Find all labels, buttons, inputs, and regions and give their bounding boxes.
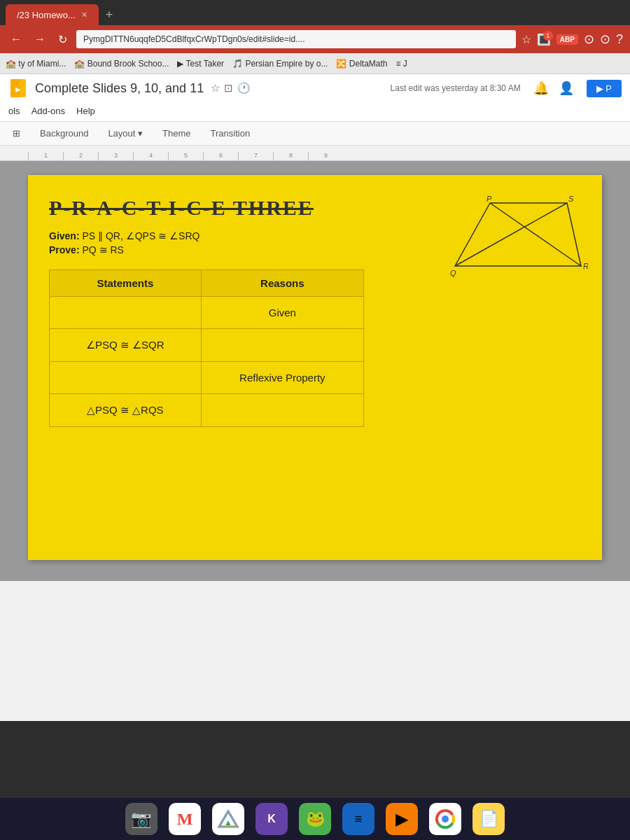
forward-button[interactable]: → xyxy=(31,31,49,47)
back-button[interactable]: ← xyxy=(7,31,25,47)
background-button[interactable]: Background xyxy=(36,126,92,141)
svg-text:P: P xyxy=(486,196,492,203)
extension-icon-wrapper: 🔳 1 xyxy=(537,33,551,46)
user-avatar[interactable]: 👤 xyxy=(559,80,574,96)
taskbar-camera-icon[interactable]: 📷 xyxy=(125,803,158,835)
ruler-tick-4: 4 xyxy=(133,152,168,160)
table-header-statements: Statements xyxy=(50,270,202,297)
address-input[interactable] xyxy=(76,30,516,48)
taskbar-notes-icon[interactable]: 🐸 xyxy=(299,803,331,835)
settings-icon[interactable]: ⊙ xyxy=(600,31,610,47)
svg-text:▶: ▶ xyxy=(15,85,21,93)
table-cell-statement-3[interactable] xyxy=(50,362,202,394)
address-bar-icons: ☆ 🔳 1 ABP ⊙ ⊙ ? xyxy=(522,31,623,47)
toolbar-plus-icon[interactable]: ⊞ xyxy=(8,126,24,141)
table-row: Reflexive Property xyxy=(50,362,364,394)
taskbar-drive-icon[interactable]: ▲ xyxy=(212,803,244,835)
table-cell-reason-1[interactable]: Given xyxy=(201,297,363,329)
table-cell-reason-4[interactable] xyxy=(201,394,363,427)
table-row: ∠PSQ ≅ ∠SQR xyxy=(50,329,364,362)
toolbar: ⊞ Background Layout ▾ Theme Transition xyxy=(0,122,630,146)
ruler-tick-1: 1 xyxy=(28,152,63,160)
tab-label: /23 Homewo... xyxy=(17,10,76,20)
slide-area: P S R Q P-R-A-C-T-I-C-E THREE Given: PS … xyxy=(0,161,630,581)
taskbar-kahoot-icon[interactable]: K xyxy=(255,803,288,835)
layout-button[interactable]: Layout ▾ xyxy=(104,126,147,141)
clock-icon[interactable]: 🕐 xyxy=(237,82,251,94)
menu-help[interactable]: Help xyxy=(76,104,95,118)
last-edit-text: Last edit was yesterday at 8:30 AM xyxy=(391,83,521,93)
bookmarks-bar: 🏫 ty of Miami... 🏫 Bound Brook Schoo... … xyxy=(0,53,630,74)
slides-app: ▶ Complete Slides 9, 10, and 11 ☆ ⊡ 🕐 La… xyxy=(0,74,630,721)
notifications-icon[interactable]: 🔔 xyxy=(533,80,549,96)
table-row: △PSQ ≅ △RQS xyxy=(50,394,364,427)
notification-badge: 1 xyxy=(543,31,553,41)
svg-marker-3 xyxy=(455,203,581,266)
theme-button[interactable]: Theme xyxy=(158,126,195,141)
present-icon[interactable]: ⊡ xyxy=(224,82,233,94)
svg-text:▲: ▲ xyxy=(224,818,232,827)
menu-file[interactable]: ols xyxy=(8,104,20,118)
table-cell-statement-4[interactable]: △PSQ ≅ △RQS xyxy=(50,394,202,427)
proof-table: Statements Reasons Given ∠PSQ ≅ ∠SQR xyxy=(49,270,364,427)
menu-bar: ols Add-ons Help xyxy=(8,101,622,121)
ruler-tick-8: 8 xyxy=(273,152,308,160)
ruler-tick-5: 5 xyxy=(168,152,203,160)
svg-text:S: S xyxy=(568,196,574,203)
table-row: Given xyxy=(50,297,364,329)
ruler-tick-6: 6 xyxy=(203,152,238,160)
svg-line-5 xyxy=(455,203,567,266)
address-bar: ← → ↻ ☆ 🔳 1 ABP ⊙ ⊙ ? xyxy=(0,25,630,53)
taskbar-chromeos-icon[interactable] xyxy=(429,803,461,835)
taskbar: 📷 M ▲ K 🐸 ≡ ▶ 📄 xyxy=(0,798,630,840)
profile-icon[interactable]: ⊙ xyxy=(584,31,594,47)
reload-button[interactable]: ↻ xyxy=(55,31,71,48)
new-tab-button[interactable]: + xyxy=(99,8,120,22)
slides-title-row: ▶ Complete Slides 9, 10, and 11 ☆ ⊡ 🕐 La… xyxy=(8,78,622,98)
page-title: Complete Slides 9, 10, and 11 xyxy=(35,81,204,96)
taskbar-docs-icon[interactable]: ≡ xyxy=(342,803,374,835)
svg-text:R: R xyxy=(583,262,588,270)
ruler-tick-9: 9 xyxy=(308,152,343,160)
table-cell-reason-2[interactable] xyxy=(201,329,363,362)
present-button[interactable]: ▶ P xyxy=(587,80,622,97)
taskbar-gmail-icon[interactable]: M xyxy=(169,803,201,835)
bookmark-brook[interactable]: 🏫 Bound Brook Schoo... xyxy=(74,59,169,69)
ruler-tick-2: 2 xyxy=(63,152,98,160)
svg-point-14 xyxy=(442,816,449,822)
star-title-icon[interactable]: ☆ xyxy=(211,82,220,94)
ruler-tick-7: 7 xyxy=(238,152,273,160)
slide-content: P-R-A-C-T-I-C-E THREE Given: PS ∥ QR, ∠Q… xyxy=(49,196,364,427)
slides-header: ▶ Complete Slides 9, 10, and 11 ☆ ⊡ 🕐 La… xyxy=(0,74,630,122)
prove-text: Prove: PQ ≅ RS xyxy=(49,244,364,255)
abp-badge[interactable]: ABP xyxy=(556,34,578,45)
table-cell-reason-3[interactable]: Reflexive Property xyxy=(201,362,363,394)
ruler: 1 2 3 4 5 6 7 8 9 xyxy=(0,146,630,161)
bookmark-miami[interactable]: 🏫 ty of Miami... xyxy=(6,59,66,69)
active-tab[interactable]: /23 Homewo... ✕ xyxy=(6,4,99,25)
slide-title: P-R-A-C-T-I-C-E THREE xyxy=(49,196,364,220)
tab-bar: /23 Homewo... ✕ + xyxy=(0,0,630,25)
bookmark-deltamath[interactable]: 🔀 DeltaMath xyxy=(336,59,387,69)
svg-text:Q: Q xyxy=(450,269,456,277)
bookmark-testtaker[interactable]: ▶ Test Taker xyxy=(177,59,224,69)
table-cell-statement-1[interactable] xyxy=(50,297,202,329)
taskbar-play-icon[interactable]: ▶ xyxy=(386,803,418,835)
bookmark-persian[interactable]: 🎵 Persian Empire by o... xyxy=(232,59,328,69)
help-icon[interactable]: ? xyxy=(616,32,623,47)
geometry-diagram: P S R Q xyxy=(448,196,588,290)
menu-addons[interactable]: Add-ons xyxy=(31,104,65,118)
slides-logo-icon: ▶ xyxy=(8,78,28,98)
slide-canvas[interactable]: P S R Q P-R-A-C-T-I-C-E THREE Given: PS … xyxy=(28,175,602,560)
transition-button[interactable]: Transition xyxy=(206,126,255,141)
bookmark-j[interactable]: ≡ J xyxy=(396,59,407,69)
tab-close-icon[interactable]: ✕ xyxy=(81,10,88,20)
given-text: Given: PS ∥ QR, ∠QPS ≅ ∠SRQ xyxy=(49,230,364,241)
star-icon[interactable]: ☆ xyxy=(522,33,531,46)
ruler-marks: 1 2 3 4 5 6 7 8 9 xyxy=(28,152,343,160)
table-cell-statement-2[interactable]: ∠PSQ ≅ ∠SQR xyxy=(50,329,202,362)
svg-line-4 xyxy=(490,203,581,266)
taskbar-files-icon[interactable]: 📄 xyxy=(472,803,505,835)
table-header-reasons: Reasons xyxy=(201,270,363,297)
title-icons: ☆ ⊡ 🕐 xyxy=(211,82,251,94)
